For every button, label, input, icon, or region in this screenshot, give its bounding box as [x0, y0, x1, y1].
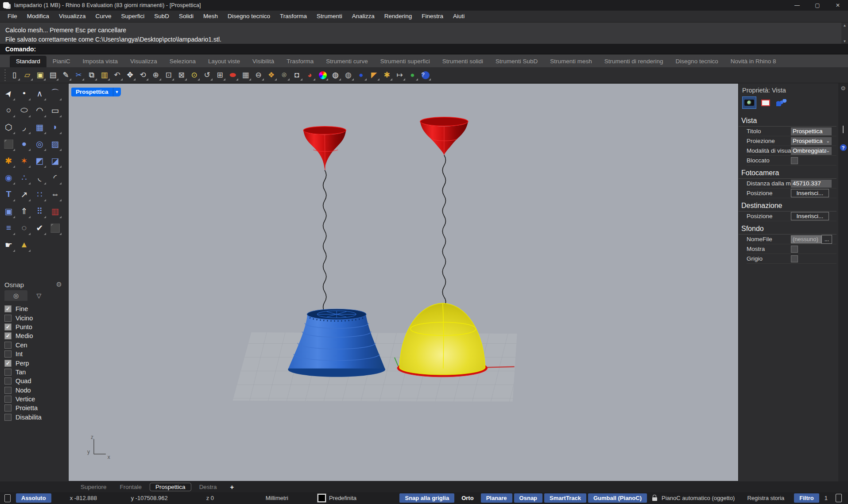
toolbar-icon[interactable]: ⌾ [278, 69, 290, 81]
menu-item[interactable]: SubD [149, 11, 174, 22]
osnap-checkbox[interactable] [4, 396, 12, 403]
toolbar-icon[interactable]: ▣ [34, 69, 46, 81]
palette-tool-button[interactable]: ▨ [48, 136, 62, 152]
toolbar-icon[interactable]: ↦ [394, 69, 406, 81]
property-button[interactable]: Inserisci... [791, 212, 829, 220]
menu-item[interactable]: Aiuti [448, 11, 469, 22]
osnap-checkbox[interactable] [4, 332, 12, 339]
toolbar-tab[interactable]: Strumenti superfici [374, 56, 436, 67]
palette-tool-button[interactable]: ◩ [32, 153, 47, 169]
palette-tool-button[interactable]: ✱ [1, 153, 16, 169]
filter-button[interactable]: Filtro [794, 493, 819, 503]
dropdown-chevron-icon[interactable]: ⌄ [826, 148, 832, 153]
toolbar-tab[interactable]: Layout viste [202, 56, 246, 67]
osnap-checkbox[interactable] [4, 315, 12, 322]
menu-item[interactable]: Trasforma [275, 11, 312, 22]
toolbar-icon[interactable]: ↺ [201, 69, 213, 81]
menu-item[interactable]: Superfici [116, 11, 150, 22]
palette-tool-button[interactable]: ⬛ [1, 136, 16, 152]
viewport-tab[interactable]: Frontale [115, 483, 147, 491]
palette-tool-button[interactable]: ◎ [32, 136, 47, 152]
toolbar-tab[interactable]: PianiC [46, 56, 77, 67]
monitor-icon[interactable] [843, 126, 844, 133]
toolbar-tab[interactable]: Strumenti mesh [544, 56, 598, 67]
menu-item[interactable]: Mesh [198, 11, 223, 22]
toolbar-tab[interactable]: Strumenti solidi [436, 56, 489, 67]
toolbar-icon[interactable]: ⧉ [85, 69, 97, 81]
palette-tool-button[interactable]: ∷ [32, 186, 47, 202]
palette-tool-button[interactable]: ● [17, 136, 31, 152]
palette-tool-button[interactable]: ⬛ [48, 220, 62, 236]
property-button[interactable]: Inserisci... [791, 189, 829, 197]
toolbar-icon[interactable]: ⊙ [188, 69, 200, 81]
osnap-checkbox[interactable] [4, 360, 12, 367]
toolbar-icon[interactable]: ⊖ [252, 69, 264, 81]
osnap-checkbox[interactable] [4, 404, 12, 412]
osnap-checkbox[interactable] [4, 342, 12, 349]
palette-tool-button[interactable]: ⇔ [48, 186, 62, 202]
menu-item[interactable]: Disegno tecnico [223, 11, 275, 22]
toolbar-icon[interactable]: ● [407, 69, 418, 81]
palette-tool-button[interactable]: ◗ [48, 119, 62, 135]
menu-item[interactable]: Modifica [22, 11, 54, 22]
toolbar-icon[interactable]: ● [317, 69, 329, 81]
toolbar-icon[interactable]: ⊠ [175, 69, 187, 81]
toolbar-icon[interactable]: ⟲ [137, 69, 149, 81]
palette-tool-button[interactable]: ▭ [48, 102, 62, 118]
osnap-tab-snaps[interactable]: ◎ [4, 290, 27, 301]
maximize-button[interactable]: ▢ [807, 0, 828, 11]
toolbar-tab[interactable]: Novità in Rhino 8 [724, 56, 782, 67]
menu-item[interactable]: Finestra [417, 11, 448, 22]
command-history[interactable]: Calcolo mesh... Premere Esc per cancella… [0, 22, 848, 44]
render-window-button[interactable] [759, 97, 772, 108]
toolbar-icon[interactable]: ◕ [304, 69, 316, 81]
property-value[interactable]: 45710.337 ▲▼ ⌄ [791, 180, 832, 188]
status-toggle-button[interactable]: Gumball (PianoC) [588, 493, 647, 503]
cplane-auto-label[interactable]: PianoC automatico (oggetto) [662, 495, 735, 501]
toolbar-tab[interactable]: Strumenti curve [320, 56, 374, 67]
toolbar-icon[interactable]: ▱ [21, 69, 33, 81]
palette-tool-button[interactable]: ◌ [17, 220, 31, 236]
viewport-tab[interactable]: Prospettica [150, 483, 191, 491]
palette-tool-button[interactable]: ◪ [48, 153, 62, 169]
panel-gear-icon[interactable]: ⚙ [840, 85, 846, 92]
perspective-viewport[interactable]: Prospettica ▼ [68, 83, 739, 481]
3d-scene[interactable]: z y x [69, 84, 738, 481]
palette-tool-button[interactable]: ☛ [1, 237, 16, 253]
palette-tool-button[interactable]: ➤ [1, 85, 16, 101]
cplane-mode-button[interactable]: Assoluto [16, 493, 51, 503]
property-value[interactable]: Ombreggiata ▲▼ ⌄ [791, 147, 832, 155]
command-history-scrollbar[interactable]: ▲▼ [841, 23, 848, 44]
toolbar-tab[interactable]: Visibilità [246, 56, 280, 67]
palette-tool-button[interactable]: ▥ [48, 203, 62, 219]
toolbar-grip[interactable] [4, 69, 6, 81]
toolbar-tab[interactable]: Strumenti di rendering [598, 56, 670, 67]
dropdown-chevron-icon[interactable]: ⌄ [826, 139, 832, 143]
osnap-checkbox[interactable] [4, 305, 12, 312]
palette-tool-button[interactable]: ≡ [1, 220, 16, 236]
viewport-tab[interactable]: Destra [194, 483, 222, 491]
toolbar-tab[interactable]: Imposta vista [77, 56, 124, 67]
toolbar-tab[interactable]: Strumenti SubD [489, 56, 544, 67]
toolbar-icon[interactable]: ▥ [98, 69, 110, 81]
palette-tool-button[interactable]: ◟ [32, 169, 47, 185]
palette-tool-button[interactable]: ⬭ [17, 102, 31, 118]
osnap-gear-icon[interactable]: ⚙ [56, 281, 62, 289]
layer-color-swatch[interactable] [318, 494, 326, 502]
palette-tool-button[interactable]: ◉ [1, 169, 16, 185]
toolbar-icon[interactable]: ✱ [381, 69, 393, 81]
toolbar-icon[interactable]: ? [419, 69, 431, 81]
menu-item[interactable]: Curve [91, 11, 116, 22]
property-checkbox[interactable] [791, 157, 798, 164]
palette-tool-button[interactable]: • [17, 85, 31, 101]
status-toggle-button[interactable]: Planare [481, 493, 512, 503]
status-toggle-button[interactable]: Orto [456, 493, 479, 503]
blue-lamp[interactable] [288, 127, 385, 377]
toolbar-icon[interactable]: ◍ [342, 69, 354, 81]
toolbar-icon[interactable]: ⊕ [150, 69, 162, 81]
palette-tool-button[interactable]: ⠿ [32, 203, 47, 219]
osnap-checkbox[interactable] [4, 377, 12, 385]
toolbar-tab[interactable]: Trasforma [280, 56, 320, 67]
viewport-title[interactable]: Prospettica [71, 88, 113, 96]
toolbar-icon[interactable]: ✎ [60, 69, 72, 81]
